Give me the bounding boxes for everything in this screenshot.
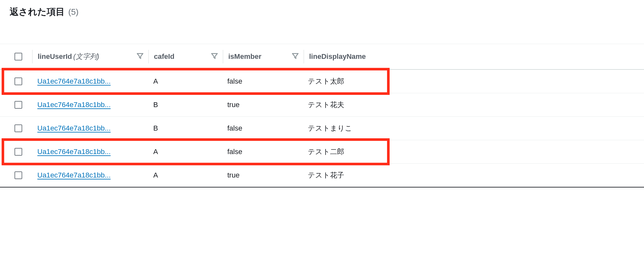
cafeid-cell: B [153, 124, 158, 133]
lineuserid-link[interactable]: Ua1ec764e7a18c1bb... [37, 101, 111, 109]
table-header-row: lineUserId(文字列) cafeId isMember [0, 44, 644, 70]
row-checkbox[interactable] [14, 124, 22, 132]
table-row: Ua1ec764e7a18c1bb... B false テストまりこ [0, 117, 644, 140]
column-header-lineuserid[interactable]: lineUserId(文字列) [33, 44, 148, 69]
select-all-checkbox[interactable] [14, 53, 22, 60]
cafeid-cell: B [153, 101, 158, 109]
lineuserid-link[interactable]: Ua1ec764e7a18c1bb... [37, 171, 111, 179]
column-label: lineDisplayName [309, 52, 366, 61]
filter-icon[interactable] [211, 53, 218, 61]
filter-icon[interactable] [137, 53, 143, 61]
ismember-cell: true [227, 171, 240, 179]
table-row: Ua1ec764e7a18c1bb... A false テスト二郎 [0, 140, 644, 164]
item-count: (5) [68, 7, 79, 17]
ismember-cell: false [227, 77, 242, 86]
row-checkbox[interactable] [14, 171, 22, 179]
linedisplayname-cell: テストまりこ [308, 123, 352, 133]
lineuserid-link[interactable]: Ua1ec764e7a18c1bb... [37, 124, 111, 133]
linedisplayname-cell: テスト花夫 [308, 100, 344, 110]
ismember-cell: true [227, 101, 240, 109]
column-label: lineUserId [38, 52, 72, 60]
column-header-ismember[interactable]: isMember [223, 44, 304, 69]
column-label: cafeId [154, 52, 175, 61]
cafeid-cell: A [153, 171, 158, 179]
table-row: Ua1ec764e7a18c1bb... A true テスト花子 [0, 164, 644, 187]
linedisplayname-cell: テスト花子 [308, 170, 344, 180]
table-row: Ua1ec764e7a18c1bb... A false テスト太郎 [0, 70, 644, 93]
column-type: (文字列) [73, 52, 99, 60]
section-header: 返された項目 (5) [0, 0, 644, 44]
row-checkbox[interactable] [14, 148, 22, 156]
lineuserid-link[interactable]: Ua1ec764e7a18c1bb... [37, 77, 111, 86]
cafeid-cell: A [153, 148, 158, 156]
filter-icon[interactable] [292, 53, 298, 61]
items-table: lineUserId(文字列) cafeId isMember [0, 44, 644, 187]
column-header-cafeid[interactable]: cafeId [149, 44, 223, 69]
row-checkbox[interactable] [14, 101, 22, 109]
cafeid-cell: A [153, 77, 158, 86]
lineuserid-link[interactable]: Ua1ec764e7a18c1bb... [37, 148, 111, 156]
table-row: Ua1ec764e7a18c1bb... B true テスト花夫 [0, 93, 644, 117]
column-label: isMember [228, 52, 261, 61]
ismember-cell: false [227, 148, 242, 156]
page-title: 返された項目 [10, 7, 65, 17]
ismember-cell: false [227, 124, 242, 133]
row-checkbox[interactable] [14, 78, 22, 85]
linedisplayname-cell: テスト太郎 [308, 77, 344, 86]
linedisplayname-cell: テスト二郎 [308, 147, 344, 157]
column-header-linedisplayname[interactable]: lineDisplayName [304, 44, 394, 69]
